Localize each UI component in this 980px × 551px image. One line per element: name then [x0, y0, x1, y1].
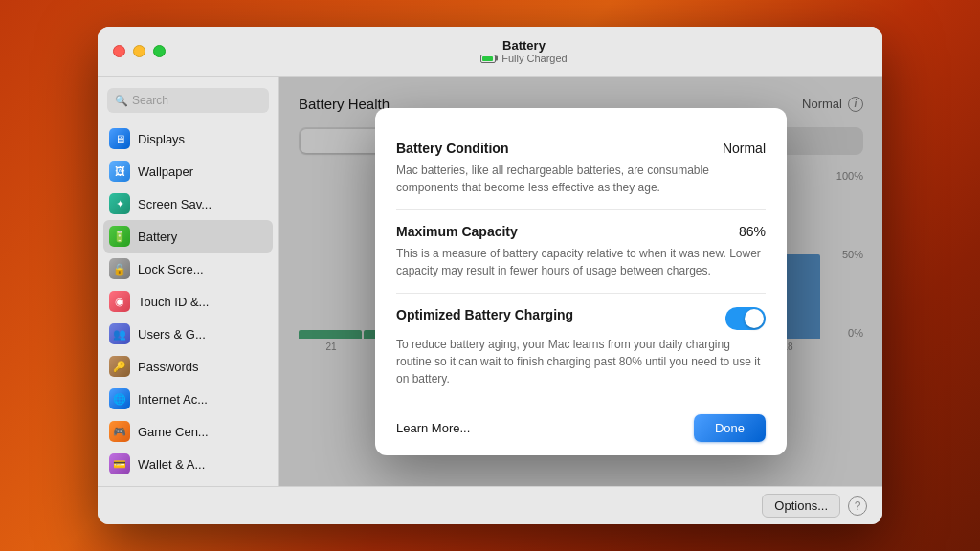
passwords-icon: 🔑 — [109, 356, 130, 377]
sidebar-item-label: Screen Sav... — [138, 197, 212, 211]
sidebar-item-gamecenter[interactable]: 🎮 Game Cen... — [98, 415, 278, 448]
sidebar-item-label: Passwords — [138, 360, 199, 374]
displays-icon: 🖥 — [109, 128, 130, 149]
search-icon: 🔍 — [115, 95, 128, 107]
sidebar-item-label: Displays — [138, 132, 185, 146]
gamecenter-icon: 🎮 — [109, 421, 130, 442]
sidebar-item-label: Game Cen... — [138, 425, 209, 439]
sidebar-item-label: Lock Scre... — [138, 262, 204, 276]
sidebar-item-wallet[interactable]: 💳 Wallet & A... — [98, 448, 278, 480]
maximum-capacity-desc: This is a measure of battery capacity re… — [396, 245, 766, 279]
battery-condition-title: Battery Condition — [396, 141, 508, 156]
learn-more-button[interactable]: Learn More... — [396, 421, 470, 435]
bottom-bar: Options... ? — [98, 486, 882, 524]
sidebar-item-touchid[interactable]: ◉ Touch ID &... — [98, 285, 278, 318]
sidebar-item-label: Battery — [138, 230, 177, 244]
done-button[interactable]: Done — [694, 414, 766, 442]
sidebar-item-screensaver[interactable]: ✦ Screen Sav... — [98, 187, 278, 220]
maximum-capacity-value: 86% — [739, 224, 766, 239]
battery-info-modal: Battery Condition Normal Mac batteries, … — [375, 108, 787, 455]
sidebar-item-passwords[interactable]: 🔑 Passwords — [98, 350, 278, 383]
section-header-condition: Battery Condition Normal — [396, 141, 766, 156]
internet-icon: 🌐 — [109, 388, 130, 409]
battery-icon: 🔋 — [109, 226, 130, 247]
main-window: Battery Fully Charged 🔍 Search 🖥 Display… — [98, 27, 882, 524]
maximize-button[interactable] — [153, 45, 166, 57]
sidebar-item-label: Wallet & A... — [138, 457, 205, 472]
modal-body: Battery Condition Normal Mac batteries, … — [375, 108, 787, 401]
window-title: Battery — [480, 38, 567, 53]
help-button[interactable]: ? — [848, 496, 867, 516]
sidebar-item-users[interactable]: 👥 Users & G... — [98, 318, 278, 350]
window-title-area: Battery Fully Charged — [480, 38, 567, 64]
optimized-charging-desc: To reduce battery aging, your Mac learns… — [396, 336, 766, 387]
modal-overlay: Battery Condition Normal Mac batteries, … — [279, 77, 882, 486]
sidebar-item-displays[interactable]: 🖥 Displays — [98, 122, 278, 155]
lockscreen-icon: 🔒 — [109, 258, 130, 279]
battery-condition-value: Normal — [723, 141, 766, 156]
options-button[interactable]: Options... — [762, 494, 840, 518]
title-bar: Battery Fully Charged — [98, 27, 882, 77]
modal-footer: Learn More... Done — [375, 401, 787, 455]
main-content: Battery Health Normal i Last 24 Hours La… — [279, 77, 882, 486]
screensaver-icon: ✦ — [109, 193, 130, 214]
users-icon: 👥 — [109, 323, 130, 344]
toggle-knob — [745, 309, 764, 328]
sidebar-item-battery[interactable]: 🔋 Battery — [103, 220, 273, 253]
window-subtitle: Fully Charged — [480, 53, 567, 64]
sidebar-item-wallpaper[interactable]: 🖼 Wallpaper — [98, 155, 278, 187]
search-placeholder: Search — [132, 94, 168, 107]
sidebar-item-label: Wallpaper — [138, 165, 193, 179]
optimized-charging-title: Optimized Battery Charging — [396, 307, 573, 322]
battery-condition-desc: Mac batteries, like all rechargeable bat… — [396, 162, 766, 196]
sidebar-item-label: Internet Ac... — [138, 392, 208, 407]
battery-icon-small — [480, 55, 496, 63]
maximum-capacity-section: Maximum Capacity 86% This is a measure o… — [396, 210, 766, 294]
optimized-charging-toggle[interactable] — [725, 307, 766, 330]
traffic-lights — [113, 45, 166, 57]
optimized-charging-section: Optimized Battery Charging To reduce bat… — [396, 294, 766, 401]
content-area: 🔍 Search 🖥 Displays 🖼 Wallpaper ✦ Screen… — [98, 77, 882, 486]
touchid-icon: ◉ — [109, 291, 130, 312]
minimize-button[interactable] — [133, 45, 145, 57]
sidebar-item-label: Touch ID &... — [138, 295, 209, 309]
sidebar-item-lockscreen[interactable]: 🔒 Lock Scre... — [98, 253, 278, 285]
close-button[interactable] — [113, 45, 125, 57]
search-bar[interactable]: 🔍 Search — [107, 88, 269, 113]
battery-condition-section: Battery Condition Normal Mac batteries, … — [396, 127, 766, 210]
sidebar: 🔍 Search 🖥 Displays 🖼 Wallpaper ✦ Screen… — [98, 77, 279, 486]
sidebar-item-label: Users & G... — [138, 327, 206, 342]
sidebar-item-internet[interactable]: 🌐 Internet Ac... — [98, 383, 278, 415]
section-header-optimized: Optimized Battery Charging — [396, 307, 766, 330]
wallet-icon: 💳 — [109, 453, 130, 474]
section-header-capacity: Maximum Capacity 86% — [396, 224, 766, 239]
maximum-capacity-title: Maximum Capacity — [396, 224, 518, 239]
wallpaper-icon: 🖼 — [109, 161, 130, 182]
